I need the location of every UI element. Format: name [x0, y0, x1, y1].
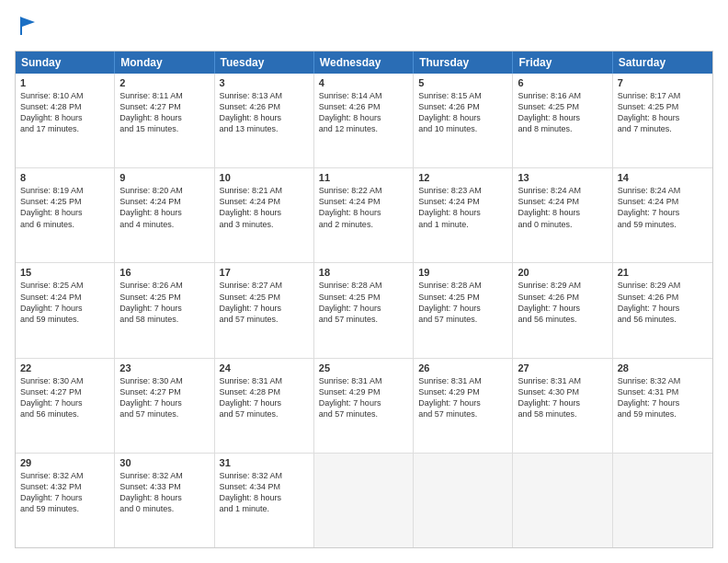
cell-info: Sunrise: 8:28 AMSunset: 4:25 PMDaylight:…	[319, 280, 408, 325]
calendar-header: SundayMondayTuesdayWednesdayThursdayFrid…	[16, 52, 712, 74]
cal-cell: 20Sunrise: 8:29 AMSunset: 4:26 PMDayligh…	[513, 263, 612, 357]
svg-marker-0	[20, 17, 35, 35]
page: SundayMondayTuesdayWednesdayThursdayFrid…	[0, 0, 728, 563]
calendar-row-4: 22Sunrise: 8:30 AMSunset: 4:27 PMDayligh…	[16, 358, 712, 453]
cell-info: Sunrise: 8:22 AMSunset: 4:24 PMDaylight:…	[319, 185, 408, 230]
cal-cell: 3Sunrise: 8:13 AMSunset: 4:26 PMDaylight…	[215, 74, 314, 167]
cell-info: Sunrise: 8:13 AMSunset: 4:26 PMDaylight:…	[220, 90, 309, 135]
cell-info: Sunrise: 8:31 AMSunset: 4:30 PMDaylight:…	[518, 375, 607, 420]
cal-cell: 8Sunrise: 8:19 AMSunset: 4:25 PMDaylight…	[16, 168, 115, 262]
cal-cell: 6Sunrise: 8:16 AMSunset: 4:25 PMDaylight…	[513, 74, 612, 167]
cal-cell: 13Sunrise: 8:24 AMSunset: 4:24 PMDayligh…	[513, 168, 612, 262]
cal-cell: 2Sunrise: 8:11 AMSunset: 4:27 PMDaylight…	[115, 74, 214, 167]
cal-cell: 30Sunrise: 8:32 AMSunset: 4:33 PMDayligh…	[115, 454, 214, 547]
cell-info: Sunrise: 8:31 AMSunset: 4:28 PMDaylight:…	[220, 375, 309, 420]
day-number: 15	[20, 267, 109, 278]
day-number: 2	[119, 77, 209, 88]
cal-cell	[613, 454, 712, 547]
cell-info: Sunrise: 8:32 AMSunset: 4:33 PMDaylight:…	[119, 470, 209, 515]
calendar-row-1: 1Sunrise: 8:10 AMSunset: 4:28 PMDaylight…	[16, 74, 712, 167]
day-number: 8	[20, 172, 109, 183]
cal-cell	[414, 454, 513, 547]
day-header-friday: Friday	[513, 52, 612, 74]
cal-cell: 28Sunrise: 8:32 AMSunset: 4:31 PMDayligh…	[613, 359, 712, 453]
day-number: 9	[119, 172, 209, 183]
cell-info: Sunrise: 8:30 AMSunset: 4:27 PMDaylight:…	[20, 375, 109, 420]
cell-info: Sunrise: 8:17 AMSunset: 4:25 PMDaylight:…	[618, 90, 708, 135]
cell-info: Sunrise: 8:11 AMSunset: 4:27 PMDaylight:…	[119, 90, 209, 135]
day-number: 4	[319, 77, 408, 88]
calendar-row-2: 8Sunrise: 8:19 AMSunset: 4:25 PMDaylight…	[16, 167, 712, 262]
day-number: 23	[119, 362, 209, 373]
cal-cell: 23Sunrise: 8:30 AMSunset: 4:27 PMDayligh…	[115, 359, 214, 453]
cal-cell: 12Sunrise: 8:23 AMSunset: 4:24 PMDayligh…	[414, 168, 513, 262]
day-header-thursday: Thursday	[414, 52, 513, 74]
day-number: 3	[220, 77, 309, 88]
day-number: 6	[518, 77, 607, 88]
cell-info: Sunrise: 8:32 AMSunset: 4:32 PMDaylight:…	[20, 470, 109, 515]
cell-info: Sunrise: 8:24 AMSunset: 4:24 PMDaylight:…	[518, 185, 607, 230]
cal-cell: 26Sunrise: 8:31 AMSunset: 4:29 PMDayligh…	[414, 359, 513, 453]
day-number: 21	[618, 267, 708, 278]
day-number: 22	[20, 362, 109, 373]
cell-info: Sunrise: 8:10 AMSunset: 4:28 PMDaylight:…	[20, 90, 109, 135]
cell-info: Sunrise: 8:29 AMSunset: 4:26 PMDaylight:…	[518, 280, 607, 325]
cal-cell: 9Sunrise: 8:20 AMSunset: 4:24 PMDaylight…	[115, 168, 214, 262]
cal-cell: 5Sunrise: 8:15 AMSunset: 4:26 PMDaylight…	[414, 74, 513, 167]
header	[15, 15, 713, 41]
day-number: 11	[319, 172, 408, 183]
cell-info: Sunrise: 8:27 AMSunset: 4:25 PMDaylight:…	[220, 280, 309, 325]
day-header-sunday: Sunday	[16, 52, 115, 74]
day-header-tuesday: Tuesday	[215, 52, 314, 74]
day-number: 1	[20, 77, 109, 88]
cal-cell	[513, 454, 612, 547]
day-header-saturday: Saturday	[613, 52, 712, 74]
cell-info: Sunrise: 8:21 AMSunset: 4:24 PMDaylight:…	[220, 185, 309, 230]
day-number: 26	[418, 362, 507, 373]
day-number: 5	[418, 77, 507, 88]
day-number: 17	[220, 267, 309, 278]
cal-cell: 19Sunrise: 8:28 AMSunset: 4:25 PMDayligh…	[414, 263, 513, 357]
cell-info: Sunrise: 8:14 AMSunset: 4:26 PMDaylight:…	[319, 90, 408, 135]
calendar-body: 1Sunrise: 8:10 AMSunset: 4:28 PMDaylight…	[16, 74, 712, 547]
cal-cell: 27Sunrise: 8:31 AMSunset: 4:30 PMDayligh…	[513, 359, 612, 453]
calendar-row-5: 29Sunrise: 8:32 AMSunset: 4:32 PMDayligh…	[16, 453, 712, 547]
cal-cell: 10Sunrise: 8:21 AMSunset: 4:24 PMDayligh…	[215, 168, 314, 262]
cell-info: Sunrise: 8:32 AMSunset: 4:34 PMDaylight:…	[220, 470, 309, 515]
cell-info: Sunrise: 8:31 AMSunset: 4:29 PMDaylight:…	[418, 375, 507, 420]
day-header-monday: Monday	[115, 52, 214, 74]
day-number: 18	[319, 267, 408, 278]
cell-info: Sunrise: 8:32 AMSunset: 4:31 PMDaylight:…	[618, 375, 708, 420]
cell-info: Sunrise: 8:16 AMSunset: 4:25 PMDaylight:…	[518, 90, 607, 135]
cell-info: Sunrise: 8:25 AMSunset: 4:24 PMDaylight:…	[20, 280, 109, 325]
calendar: SundayMondayTuesdayWednesdayThursdayFrid…	[15, 51, 713, 548]
calendar-row-3: 15Sunrise: 8:25 AMSunset: 4:24 PMDayligh…	[16, 262, 712, 357]
cell-info: Sunrise: 8:26 AMSunset: 4:25 PMDaylight:…	[119, 280, 209, 325]
day-number: 10	[220, 172, 309, 183]
day-number: 20	[518, 267, 607, 278]
cell-info: Sunrise: 8:30 AMSunset: 4:27 PMDaylight:…	[119, 375, 209, 420]
cell-info: Sunrise: 8:24 AMSunset: 4:24 PMDaylight:…	[618, 185, 708, 230]
logo-flag-icon	[17, 15, 39, 37]
cal-cell: 22Sunrise: 8:30 AMSunset: 4:27 PMDayligh…	[16, 359, 115, 453]
day-number: 24	[220, 362, 309, 373]
day-number: 7	[618, 77, 708, 88]
cal-cell: 31Sunrise: 8:32 AMSunset: 4:34 PMDayligh…	[215, 454, 314, 547]
day-header-wednesday: Wednesday	[314, 52, 414, 74]
day-number: 27	[518, 362, 607, 373]
cal-cell: 11Sunrise: 8:22 AMSunset: 4:24 PMDayligh…	[314, 168, 414, 262]
cal-cell: 25Sunrise: 8:31 AMSunset: 4:29 PMDayligh…	[314, 359, 414, 453]
day-number: 25	[319, 362, 408, 373]
day-number: 31	[220, 457, 309, 468]
cal-cell: 29Sunrise: 8:32 AMSunset: 4:32 PMDayligh…	[16, 454, 115, 547]
day-number: 13	[518, 172, 607, 183]
day-number: 28	[618, 362, 708, 373]
cell-info: Sunrise: 8:15 AMSunset: 4:26 PMDaylight:…	[418, 90, 507, 135]
day-number: 14	[618, 172, 708, 183]
day-number: 30	[119, 457, 209, 468]
cal-cell: 17Sunrise: 8:27 AMSunset: 4:25 PMDayligh…	[215, 263, 314, 357]
cell-info: Sunrise: 8:19 AMSunset: 4:25 PMDaylight:…	[20, 185, 109, 230]
day-number: 29	[20, 457, 109, 468]
cell-info: Sunrise: 8:28 AMSunset: 4:25 PMDaylight:…	[418, 280, 507, 325]
cal-cell: 18Sunrise: 8:28 AMSunset: 4:25 PMDayligh…	[314, 263, 414, 357]
